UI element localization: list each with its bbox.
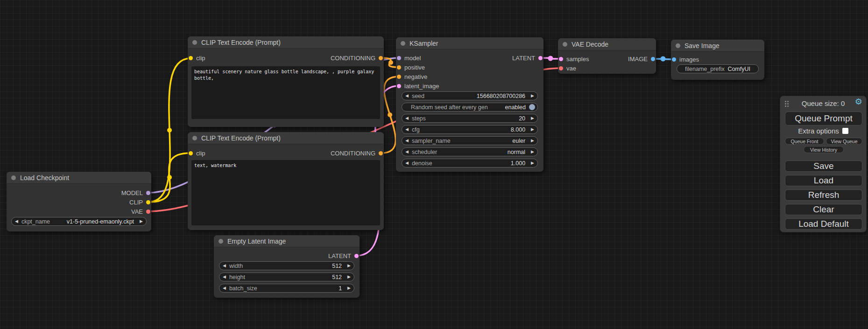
widget-label: ckpt_name (21, 218, 50, 225)
extra-options-checkbox[interactable] (842, 128, 848, 134)
node-title-bar[interactable]: VAE Decode (558, 38, 656, 50)
output-slot-latent[interactable] (538, 56, 543, 60)
output-label-latent: LATENT (512, 55, 535, 62)
collapse-dot-icon[interactable] (192, 40, 197, 45)
filename-prefix-widget[interactable]: filename_prefix ComfyUI (677, 64, 759, 73)
decrement-arrow-icon[interactable]: ◀ (223, 264, 226, 268)
output-slot-model[interactable] (146, 191, 150, 195)
input-slot-samples[interactable] (559, 57, 563, 61)
link-dot (167, 128, 172, 133)
random-seed-toggle-widget[interactable]: Random seed after every gen enabled (402, 103, 538, 112)
sampler-name-widget[interactable]: ◀ sampler_name euler ▶ (402, 136, 538, 145)
input-slot-clip[interactable] (189, 56, 193, 60)
output-slot-clip[interactable] (146, 200, 150, 204)
increment-arrow-icon[interactable]: ▶ (531, 94, 534, 98)
decrement-arrow-icon[interactable]: ◀ (405, 139, 409, 143)
decrement-arrow-icon[interactable]: ◀ (405, 116, 409, 120)
node-title: CLIP Text Encode (Prompt) (201, 39, 281, 46)
increment-arrow-icon[interactable]: ▶ (140, 219, 143, 224)
output-slot-vae[interactable] (146, 210, 150, 214)
node-ksampler[interactable]: KSampler model LATENT positive negative … (396, 37, 543, 172)
decrement-arrow-icon[interactable]: ◀ (223, 286, 226, 290)
increment-arrow-icon[interactable]: ▶ (531, 116, 534, 120)
link-dot (661, 56, 666, 62)
output-slot-image[interactable] (651, 57, 655, 61)
output-slot-conditioning[interactable] (379, 56, 383, 60)
increment-arrow-icon[interactable]: ▶ (531, 161, 534, 165)
increment-arrow-icon[interactable]: ▶ (347, 286, 351, 290)
node-title-bar[interactable]: Save Image (671, 40, 764, 52)
decrement-arrow-icon[interactable]: ◀ (15, 219, 18, 224)
increment-arrow-icon[interactable]: ▶ (347, 275, 351, 279)
output-slot-latent[interactable] (354, 254, 359, 258)
widget-value: 8.000 (511, 126, 525, 133)
decrement-arrow-icon[interactable]: ◀ (405, 127, 409, 132)
queue-size-label: Queue size: 0 (780, 99, 866, 107)
prompt-textarea[interactable]: beautiful scenery nature glass bottle la… (191, 66, 380, 119)
load-button[interactable]: Load (785, 175, 862, 186)
input-slot-negative[interactable] (397, 75, 401, 79)
input-slot-vae[interactable] (559, 66, 563, 70)
batch-size-widget[interactable]: ◀ batch_size 1 ▶ (219, 284, 354, 293)
width-widget[interactable]: ◀ width 512 ▶ (219, 261, 354, 270)
output-label-vae: VAE (131, 208, 143, 215)
link-dot (388, 60, 393, 65)
output-slot-conditioning[interactable] (379, 151, 383, 155)
prompt-textarea[interactable]: text, watermark (191, 160, 380, 225)
collapse-dot-icon[interactable] (401, 41, 405, 46)
queue-prompt-button[interactable]: Queue Prompt (785, 112, 862, 126)
output-label-conditioning: CONDITIONING (331, 55, 375, 62)
load-default-button[interactable]: Load Default (785, 218, 862, 230)
refresh-button[interactable]: Refresh (785, 189, 862, 201)
view-queue-button[interactable]: View Queue (826, 138, 862, 145)
node-title-bar[interactable]: CLIP Text Encode (Prompt) (188, 36, 384, 49)
node-title-bar[interactable]: Empty Latent Image (214, 235, 360, 247)
input-label-latent-image: latent_image (404, 83, 439, 90)
node-title-bar[interactable]: Load Checkpoint (7, 172, 151, 184)
node-clip-text-encode-negative[interactable]: CLIP Text Encode (Prompt) clip CONDITION… (188, 132, 384, 230)
node-clip-text-encode-positive[interactable]: CLIP Text Encode (Prompt) clip CONDITION… (188, 36, 384, 127)
steps-widget[interactable]: ◀ steps 20 ▶ (402, 114, 538, 123)
decrement-arrow-icon[interactable]: ◀ (223, 275, 226, 279)
decrement-arrow-icon[interactable]: ◀ (405, 94, 409, 98)
input-slot-positive[interactable] (397, 65, 401, 70)
collapse-dot-icon[interactable] (219, 239, 223, 244)
collapse-dot-icon[interactable] (563, 42, 567, 47)
widget-label: denoise (412, 160, 432, 167)
increment-arrow-icon[interactable]: ▶ (347, 264, 351, 268)
increment-arrow-icon[interactable]: ▶ (531, 139, 534, 143)
widget-value: v1-5-pruned-emaonly.ckpt (67, 218, 134, 225)
input-label-vae: vae (566, 65, 576, 72)
increment-arrow-icon[interactable]: ▶ (531, 127, 534, 132)
widget-label: filename_prefix (685, 66, 725, 72)
input-slot-latent-image[interactable] (397, 84, 401, 88)
seed-widget[interactable]: ◀ seed 156680208700286 ▶ (402, 91, 538, 100)
widget-label: width (229, 263, 243, 269)
input-slot-images[interactable] (672, 57, 676, 62)
height-widget[interactable]: ◀ height 512 ▶ (219, 273, 354, 281)
clear-button[interactable]: Clear (785, 204, 862, 215)
save-button[interactable]: Save (785, 161, 862, 172)
decrement-arrow-icon[interactable]: ◀ (405, 150, 409, 154)
increment-arrow-icon[interactable]: ▶ (531, 150, 534, 154)
input-slot-clip[interactable] (189, 151, 193, 155)
collapse-dot-icon[interactable] (11, 175, 16, 180)
decrement-arrow-icon[interactable]: ◀ (405, 161, 409, 165)
collapse-dot-icon[interactable] (676, 43, 680, 48)
gear-icon[interactable]: ⚙ (855, 98, 862, 106)
node-title-bar[interactable]: CLIP Text Encode (Prompt) (188, 132, 384, 144)
view-history-button[interactable]: View History (804, 146, 844, 153)
ckpt-name-widget[interactable]: ◀ ckpt_name v1-5-pruned-emaonly.ckpt ▶ (11, 217, 147, 226)
denoise-widget[interactable]: ◀ denoise 1.000 ▶ (402, 159, 538, 168)
node-save-image[interactable]: Save Image images filename_prefix ComfyU… (671, 40, 764, 80)
scheduler-widget[interactable]: ◀ scheduler normal ▶ (402, 147, 538, 156)
node-load-checkpoint[interactable]: Load Checkpoint MODEL CLIP VAE ◀ ckpt_na… (7, 172, 151, 231)
queue-front-button[interactable]: Queue Front (785, 138, 824, 145)
toggle-circle-icon[interactable] (529, 104, 535, 110)
cfg-widget[interactable]: ◀ cfg 8.000 ▶ (402, 125, 538, 134)
node-vae-decode[interactable]: VAE Decode samples IMAGE vae (558, 38, 656, 74)
input-slot-model[interactable] (397, 56, 401, 60)
collapse-dot-icon[interactable] (192, 136, 197, 140)
node-empty-latent-image[interactable]: Empty Latent Image LATENT ◀ width 512 ▶ … (214, 235, 360, 298)
node-title-bar[interactable]: KSampler (396, 37, 543, 49)
